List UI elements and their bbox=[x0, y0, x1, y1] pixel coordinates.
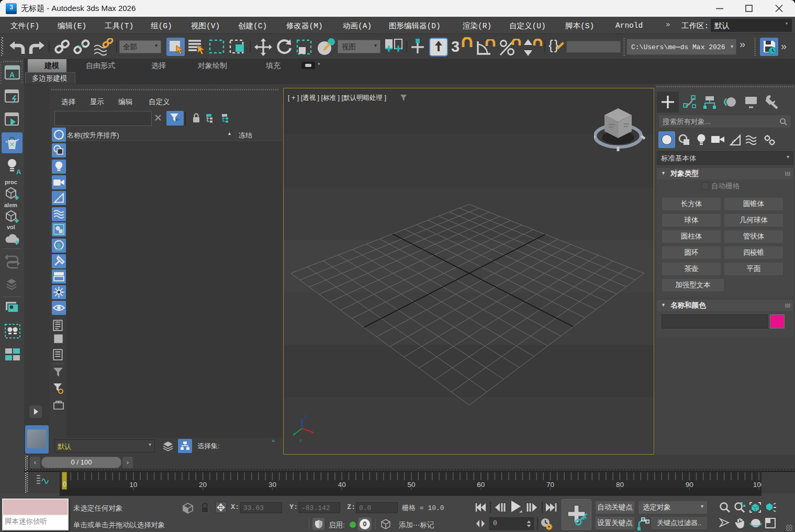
svg-text:z: z bbox=[305, 415, 307, 419]
svg-text:A: A bbox=[16, 168, 21, 176]
svg-text:30: 30 bbox=[268, 481, 276, 489]
svg-text:70: 70 bbox=[546, 481, 554, 489]
svg-text:60: 60 bbox=[477, 481, 485, 489]
svg-text:80: 80 bbox=[616, 481, 624, 489]
svg-text:10: 10 bbox=[129, 481, 137, 489]
svg-text:90: 90 bbox=[686, 481, 693, 489]
svg-text:50: 50 bbox=[407, 481, 415, 489]
svg-text:y: y bbox=[299, 437, 302, 443]
svg-text:40: 40 bbox=[338, 481, 346, 489]
svg-text:100: 100 bbox=[753, 481, 762, 489]
svg-text:A: A bbox=[9, 71, 15, 79]
svg-text:20: 20 bbox=[199, 481, 207, 489]
